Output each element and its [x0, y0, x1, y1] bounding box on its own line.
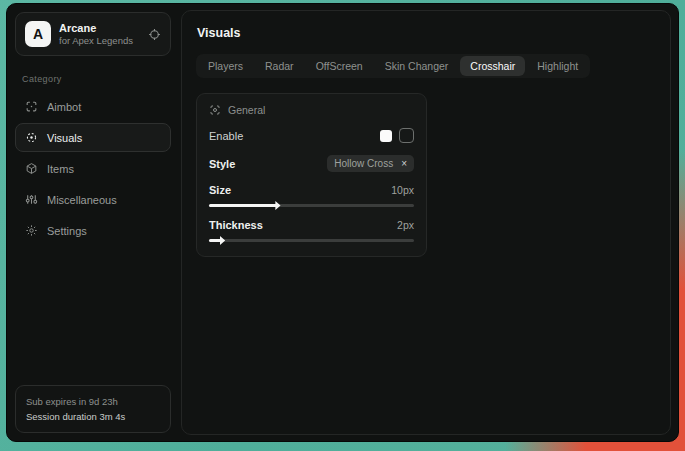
app-window: A Arcane for Apex Legends Category	[6, 3, 679, 442]
style-row: Style Hollow Cross ×	[209, 155, 414, 172]
close-icon[interactable]: ×	[401, 159, 407, 169]
sidebar-nav: Aimbot Visuals Items	[15, 92, 171, 245]
size-slider-block	[209, 204, 414, 207]
sidebar-item-label: Visuals	[47, 132, 82, 144]
app-title: Arcane	[59, 22, 140, 35]
size-label: Size	[209, 184, 231, 196]
visuals-tabstrip: Players Radar OffScreen Skin Changer Cro…	[196, 54, 590, 78]
package-icon	[25, 162, 38, 175]
main-panel: Visuals Players Radar OffScreen Skin Cha…	[181, 10, 671, 435]
tab-skin-changer[interactable]: Skin Changer	[375, 56, 459, 76]
thickness-slider[interactable]	[209, 239, 414, 242]
thickness-slider-fill	[209, 239, 217, 242]
tab-highlight[interactable]: Highlight	[527, 56, 588, 76]
size-row: Size 10px	[209, 184, 414, 196]
enable-row: Enable	[209, 128, 414, 143]
tab-players[interactable]: Players	[198, 56, 253, 76]
enable-controls	[380, 128, 414, 143]
style-value: Hollow Cross	[334, 158, 393, 169]
category-label: Category	[22, 74, 165, 84]
app-titles: Arcane for Apex Legends	[59, 22, 140, 47]
size-slider-fill	[209, 204, 273, 207]
style-label: Style	[209, 158, 235, 170]
enable-label: Enable	[209, 130, 243, 142]
sliders-icon	[25, 193, 38, 206]
sidebar-spacer	[15, 245, 171, 385]
sidebar-item-items[interactable]: Items	[15, 154, 171, 183]
thickness-label: Thickness	[209, 219, 263, 231]
target-icon	[25, 100, 38, 113]
thickness-row: Thickness 2px	[209, 219, 414, 231]
sidebar: A Arcane for Apex Legends Category	[7, 4, 179, 441]
sidebar-item-label: Items	[47, 163, 74, 175]
crosshair-icon[interactable]	[148, 28, 161, 41]
enable-checkbox[interactable]	[399, 128, 414, 143]
general-card: General Enable Style Hollow Cross × Size…	[196, 93, 427, 257]
app-logo: A	[25, 21, 51, 47]
session-duration-text: Session duration 3m 4s	[26, 409, 160, 424]
sidebar-item-label: Miscellaneous	[47, 194, 117, 206]
page-title: Visuals	[197, 26, 656, 40]
general-card-title: General	[228, 104, 265, 116]
style-select[interactable]: Hollow Cross ×	[327, 155, 414, 172]
sidebar-item-settings[interactable]: Settings	[15, 216, 171, 245]
sidebar-item-label: Aimbot	[47, 101, 81, 113]
tab-radar[interactable]: Radar	[255, 56, 304, 76]
scan-icon	[209, 104, 221, 116]
tab-offscreen[interactable]: OffScreen	[306, 56, 373, 76]
app-subtitle: for Apex Legends	[59, 35, 140, 47]
subscription-card: Sub expires in 9d 23h Session duration 3…	[15, 385, 171, 433]
color-swatch[interactable]	[380, 130, 392, 142]
sidebar-item-label: Settings	[47, 225, 87, 237]
tab-crosshair[interactable]: Crosshair	[460, 56, 525, 76]
size-value: 10px	[391, 184, 414, 196]
thickness-slider-handle[interactable]	[215, 236, 225, 245]
sub-expires-text: Sub expires in 9d 23h	[26, 394, 160, 409]
scan-eye-icon	[25, 131, 38, 144]
general-card-header: General	[209, 104, 414, 116]
sidebar-item-visuals[interactable]: Visuals	[15, 123, 171, 152]
size-slider[interactable]	[209, 204, 414, 207]
sidebar-header-card: A Arcane for Apex Legends	[15, 12, 171, 56]
size-slider-handle[interactable]	[271, 201, 281, 210]
gear-icon	[25, 224, 38, 237]
thickness-slider-block	[209, 239, 414, 242]
sidebar-item-miscellaneous[interactable]: Miscellaneous	[15, 185, 171, 214]
sidebar-item-aimbot[interactable]: Aimbot	[15, 92, 171, 121]
thickness-value: 2px	[397, 219, 414, 231]
